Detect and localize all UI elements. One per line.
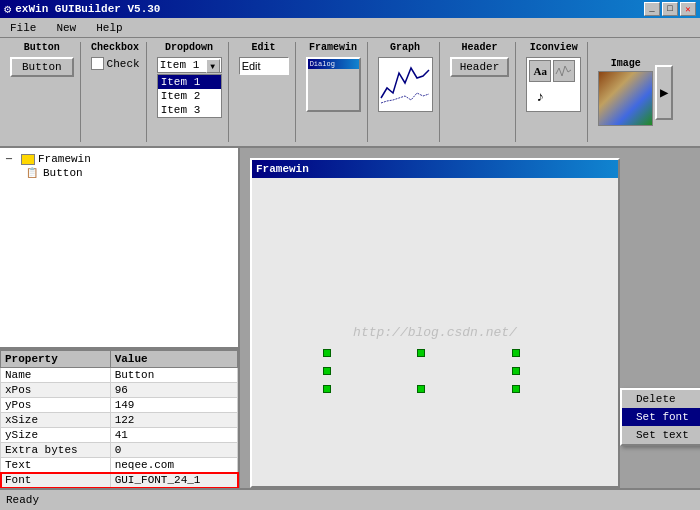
toolbar-iconview-section: Iconview Aa ♪ [522, 42, 588, 142]
property-value-7: GUI_FONT_24_1 [110, 473, 237, 488]
dropdown-list: Item 1 Item 2 Item 3 [157, 74, 222, 118]
tree-framewin-label: Framewin [38, 153, 91, 165]
tree-view: ─ Framewin 📋 Button [0, 148, 238, 349]
property-name-4: ySize [1, 428, 111, 443]
icon-waveform [553, 60, 575, 82]
context-menu-set-text[interactable]: Set text [622, 426, 700, 444]
handle-bot-right[interactable] [512, 385, 520, 393]
image-section-inner: Image [598, 58, 653, 126]
property-name-6: Text [1, 458, 111, 473]
context-menu-set-font[interactable]: Set font [622, 408, 700, 426]
property-name-5: Extra bytes [1, 443, 111, 458]
canvas-area: Framewin http://blog.csdn.net/ [240, 148, 700, 488]
property-value-0: Button [110, 368, 237, 383]
menu-help[interactable]: Help [90, 20, 128, 36]
edit-widget[interactable] [239, 57, 289, 75]
toolbar-header-section: Header Header [446, 42, 517, 142]
canvas-window-title: Framewin [256, 163, 309, 175]
toolbar-image-label: Image [611, 58, 641, 69]
property-name-0: Name [1, 368, 111, 383]
check-box-icon [91, 57, 104, 70]
property-value-5: 0 [110, 443, 237, 458]
checkbox-label: Check [107, 58, 140, 70]
icon-music: ♪ [529, 86, 551, 108]
toolbar-framewin-section: Framewin Dialog [302, 42, 368, 142]
dropdown-arrow-icon[interactable]: ▼ [206, 59, 220, 73]
checkbox-widget[interactable]: Check [91, 57, 140, 70]
app-title: exWin GUIBuilder V5.30 [15, 3, 160, 15]
menu-bar: File New Help [0, 18, 700, 38]
handle-top-right[interactable] [512, 349, 520, 357]
dropdown-item-2[interactable]: Item 2 [158, 89, 221, 103]
close-button[interactable]: ✕ [680, 2, 696, 16]
framewin-widget[interactable]: Dialog [306, 57, 361, 112]
handle-bot-center[interactable] [417, 385, 425, 393]
menu-file[interactable]: File [4, 20, 42, 36]
left-panel: ─ Framewin 📋 Button Property Value NameB… [0, 148, 240, 488]
dropdown-item-3[interactable]: Item 3 [158, 103, 221, 117]
handle-mid-right[interactable] [512, 367, 520, 375]
menu-new[interactable]: New [50, 20, 82, 36]
header-widget[interactable]: Header [450, 57, 510, 77]
toolbar-dropdown-section: Dropdown Item 1 ▼ Item 1 Item 2 Item 3 [153, 42, 229, 142]
tree-item-button[interactable]: 📋 Button [24, 166, 234, 180]
toolbar-button-label: Button [24, 42, 60, 53]
toolbar-dropdown-label: Dropdown [165, 42, 213, 53]
toolbar-edit-label: Edit [252, 42, 276, 53]
button-widget[interactable]: Button [10, 57, 74, 77]
dropdown-selected-value: Item 1 [158, 59, 200, 71]
icon-aa: Aa [529, 60, 551, 82]
tree-button-label: Button [43, 167, 83, 179]
toolbar-image-section: Image ▶ [594, 42, 679, 142]
canvas-window: Framewin http://blog.csdn.net/ [250, 158, 620, 488]
status-bar: Ready [0, 488, 700, 510]
folder-icon [21, 154, 35, 165]
title-bar: ⚙ exWin GUIBuilder V5.30 _ □ ✕ [0, 0, 700, 18]
handle-mid-left[interactable] [323, 367, 331, 375]
toolbar: Button Button Checkbox Check Dropdown It… [0, 38, 700, 148]
tree-child-icon: 📋 [26, 167, 38, 179]
property-name-7: Font [1, 473, 111, 488]
maximize-button[interactable]: □ [662, 2, 678, 16]
tree-expand-icon: ─ [6, 154, 18, 165]
property-table: Property Value NameButtonxPos96yPos149xS… [0, 350, 238, 488]
graph-widget[interactable] [378, 57, 433, 112]
toolbar-framewin-label: Framewin [309, 42, 357, 53]
handle-top-center[interactable] [417, 349, 425, 357]
app-icon: ⚙ [4, 2, 11, 17]
canvas-body[interactable]: http://blog.csdn.net/ neqee.com [252, 178, 618, 486]
context-menu-delete[interactable]: Delete [622, 390, 700, 408]
property-col-header: Property [1, 351, 111, 368]
title-bar-controls: _ □ ✕ [644, 2, 696, 16]
dialog-preview-body [308, 69, 359, 110]
handle-bot-left[interactable] [323, 385, 331, 393]
toolbar-button-section: Button Button [6, 42, 81, 142]
toolbar-graph-label: Graph [390, 42, 420, 53]
minimize-button[interactable]: _ [644, 2, 660, 16]
toolbar-edit-section: Edit [235, 42, 296, 142]
title-bar-left: ⚙ exWin GUIBuilder V5.30 [4, 2, 160, 17]
dropdown-field[interactable]: Item 1 ▼ [157, 57, 222, 73]
dialog-preview-title: Dialog [308, 59, 359, 69]
handle-top-left[interactable] [323, 349, 331, 357]
image-scroll-right-button[interactable]: ▶ [655, 65, 673, 120]
iconview-widget[interactable]: Aa ♪ [526, 57, 581, 112]
dialog-label: Dialog [310, 60, 335, 68]
tree-item-framewin[interactable]: ─ Framewin [4, 152, 234, 166]
property-value-1: 96 [110, 383, 237, 398]
property-name-1: xPos [1, 383, 111, 398]
property-name-2: yPos [1, 398, 111, 413]
context-menu: Delete Set font Set text [620, 388, 700, 446]
toolbar-header-label: Header [461, 42, 497, 53]
image-widget[interactable] [598, 71, 653, 126]
property-value-3: 122 [110, 413, 237, 428]
value-col-header: Value [110, 351, 237, 368]
dropdown-item-1[interactable]: Item 1 [158, 75, 221, 89]
property-panel: Property Value NameButtonxPos96yPos149xS… [0, 349, 238, 488]
toolbar-graph-section: Graph [374, 42, 440, 142]
dropdown-widget: Item 1 ▼ Item 1 Item 2 Item 3 [157, 57, 222, 118]
main-area: ─ Framewin 📋 Button Property Value NameB… [0, 148, 700, 488]
toolbar-checkbox-label: Checkbox [91, 42, 139, 53]
canvas-title-bar: Framewin [252, 160, 618, 178]
property-value-2: 149 [110, 398, 237, 413]
